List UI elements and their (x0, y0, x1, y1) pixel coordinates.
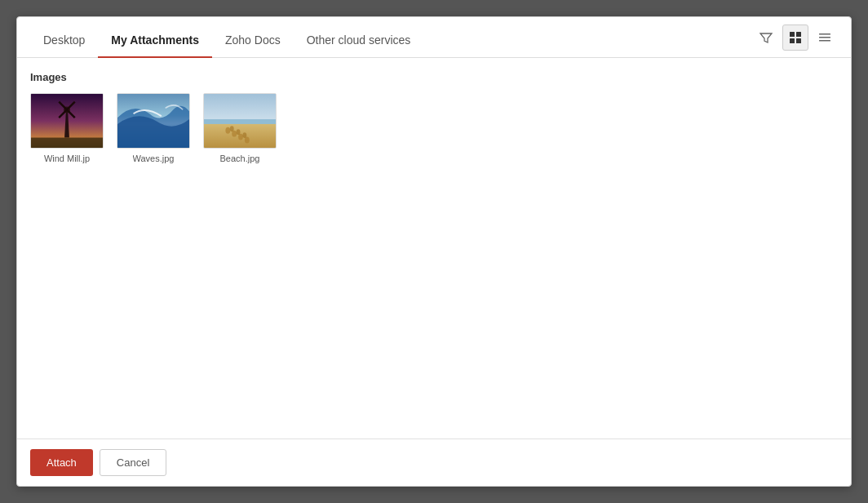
svg-rect-3 (796, 38, 801, 43)
tab-other-cloud[interactable]: Other cloud services (294, 24, 424, 58)
filter-icon (760, 31, 773, 44)
svg-rect-0 (790, 32, 795, 37)
image-item-beach[interactable]: Beach.jpg (203, 93, 277, 163)
windmill-svg (31, 93, 103, 149)
tab-desktop[interactable]: Desktop (30, 24, 98, 58)
image-name-beach: Beach.jpg (220, 154, 260, 163)
svg-rect-6 (819, 40, 830, 42)
image-item-waves[interactable]: Waves.jpg (117, 93, 190, 163)
list-view-button[interactable] (812, 24, 838, 51)
attachment-dialog: Desktop My Attachments Zoho Docs Other c… (16, 16, 852, 487)
filter-icon-button[interactable] (753, 24, 779, 51)
tab-zoho-docs[interactable]: Zoho Docs (212, 24, 294, 58)
toolbar-icons (753, 24, 838, 57)
waves-svg (117, 93, 189, 149)
svg-rect-4 (819, 33, 830, 35)
svg-rect-5 (819, 37, 830, 38)
tabs-bar: Desktop My Attachments Zoho Docs Other c… (17, 17, 851, 58)
svg-point-24 (237, 129, 241, 135)
image-item-windmill[interactable]: Wind Mill.jp (30, 93, 104, 163)
svg-rect-14 (31, 138, 103, 149)
image-name-waves: Waves.jpg (133, 154, 175, 163)
svg-point-25 (242, 132, 246, 138)
attach-button[interactable]: Attach (30, 449, 93, 476)
images-grid: Wind Mill.jp (30, 93, 838, 163)
svg-rect-1 (796, 32, 801, 37)
image-thumbnail-beach (203, 93, 277, 149)
image-name-windmill: Wind Mill.jp (44, 154, 90, 163)
beach-svg (204, 93, 276, 149)
cancel-button[interactable]: Cancel (100, 449, 166, 476)
content-area: Images (17, 58, 851, 438)
tab-my-attachments[interactable]: My Attachments (98, 24, 212, 58)
grid-view-button[interactable] (782, 24, 808, 51)
list-icon (818, 31, 831, 44)
grid-icon (789, 31, 802, 44)
image-thumbnail-waves (117, 93, 190, 149)
svg-rect-2 (790, 38, 795, 43)
image-thumbnail-windmill (30, 93, 104, 149)
images-section-label: Images (30, 71, 838, 83)
dialog-footer: Attach Cancel (17, 438, 851, 486)
svg-point-23 (230, 126, 234, 131)
svg-point-19 (225, 127, 230, 134)
